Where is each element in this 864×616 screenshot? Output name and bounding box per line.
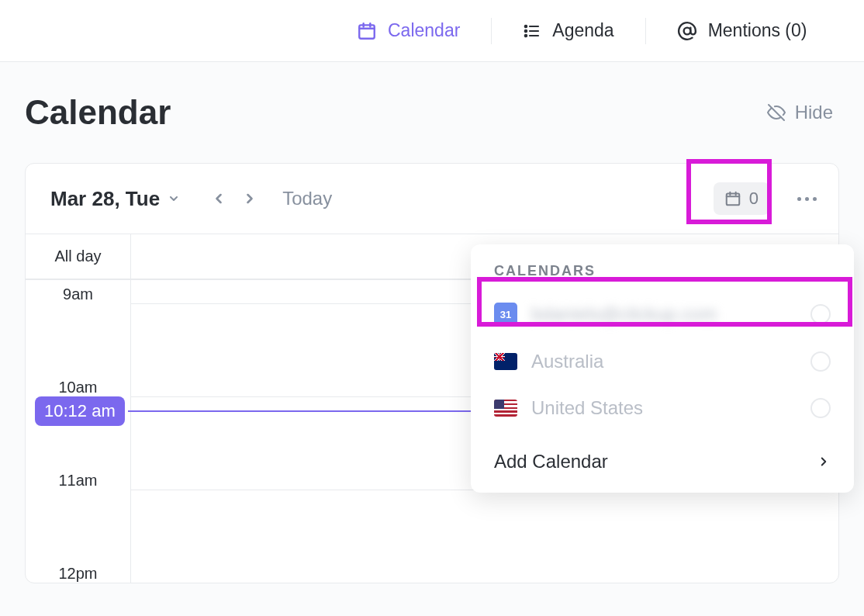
gcal-icon: 31 xyxy=(494,303,517,326)
date-label: Mar 28, Tue xyxy=(50,187,160,211)
page-title: Calendar xyxy=(25,93,171,132)
hour-cell[interactable] xyxy=(131,490,838,583)
chevron-down-icon xyxy=(168,192,180,205)
calendar-card: Mar 28, Tue Today 0 All day xyxy=(25,163,839,583)
date-picker[interactable]: Mar 28, Tue xyxy=(50,187,180,211)
agenda-icon xyxy=(523,22,541,40)
hide-label: Hide xyxy=(795,102,833,123)
chevron-right-icon xyxy=(817,455,831,469)
calendar-item-australia[interactable]: Australia xyxy=(471,338,854,385)
hour-label: 12pm xyxy=(26,490,131,583)
tab-calendar[interactable]: Calendar xyxy=(357,20,460,41)
top-tabs: Calendar Agenda Mentions (0) xyxy=(0,0,864,62)
svg-point-7 xyxy=(683,27,690,34)
calendar-toggle[interactable] xyxy=(810,398,831,418)
tab-agenda-label: Agenda xyxy=(552,20,613,41)
popover-title: Calendars xyxy=(471,263,854,290)
tab-calendar-label: Calendar xyxy=(388,20,460,41)
svg-point-3 xyxy=(525,34,527,36)
tab-mentions[interactable]: Mentions (0) xyxy=(677,20,807,41)
calendar-toggle[interactable] xyxy=(810,304,831,324)
at-icon xyxy=(677,21,697,41)
svg-rect-0 xyxy=(359,25,375,38)
hour-label: 10am xyxy=(26,303,131,396)
today-button[interactable]: Today xyxy=(282,188,332,209)
more-button[interactable] xyxy=(794,197,820,201)
flag-us-icon xyxy=(494,400,517,417)
calendar-item-email[interactable]: 31 bdaniels@clickup.com xyxy=(471,290,854,338)
next-day-button[interactable] xyxy=(242,191,257,206)
svg-point-2 xyxy=(525,29,527,31)
calendar-icon xyxy=(357,21,377,41)
calendar-icon xyxy=(724,190,741,207)
hour-label: 9am xyxy=(26,280,131,303)
hour-row: 12pm xyxy=(26,490,838,583)
calendar-count: 0 xyxy=(749,189,759,209)
calendar-count-button[interactable]: 0 xyxy=(714,182,769,215)
prev-day-button[interactable] xyxy=(211,191,226,206)
flag-au-icon xyxy=(494,353,517,370)
hide-button[interactable]: Hide xyxy=(767,102,833,123)
current-time-badge: 10:12 am xyxy=(35,396,125,426)
allday-label: All day xyxy=(26,234,131,279)
calendar-item-label: Australia xyxy=(531,351,797,372)
calendar-item-label: bdaniels@clickup.com xyxy=(531,303,797,325)
add-calendar-label: Add Calendar xyxy=(494,451,608,472)
tab-agenda[interactable]: Agenda xyxy=(523,20,613,41)
hide-icon xyxy=(767,103,786,122)
svg-point-1 xyxy=(525,25,527,26)
nav-arrows xyxy=(211,191,257,206)
add-calendar-button[interactable]: Add Calendar xyxy=(471,431,854,493)
tab-divider xyxy=(645,18,646,44)
calendar-item-label: United States xyxy=(531,397,797,419)
calendar-item-united-states[interactable]: United States xyxy=(471,385,854,431)
svg-rect-9 xyxy=(727,194,740,206)
calendar-toggle[interactable] xyxy=(810,351,831,372)
tab-mentions-label: Mentions (0) xyxy=(708,20,807,41)
calendar-toolbar: Mar 28, Tue Today 0 xyxy=(26,164,838,234)
page-header: Calendar Hide xyxy=(0,62,864,147)
calendars-popover: Calendars 31 bdaniels@clickup.com Austra… xyxy=(471,244,854,493)
tab-divider xyxy=(491,18,492,44)
